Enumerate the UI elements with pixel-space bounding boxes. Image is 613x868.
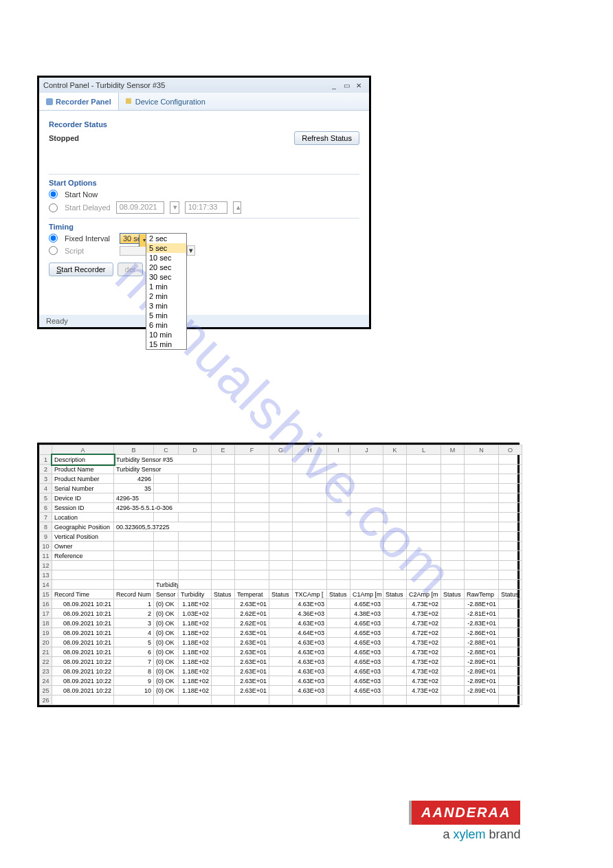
cell[interactable]: 9 bbox=[114, 676, 154, 686]
cell[interactable] bbox=[383, 542, 407, 551]
cell[interactable] bbox=[383, 676, 407, 686]
cell[interactable] bbox=[269, 561, 293, 570]
cell[interactable] bbox=[212, 638, 235, 647]
cell[interactable] bbox=[235, 561, 269, 570]
cell[interactable] bbox=[327, 484, 350, 493]
cell[interactable] bbox=[269, 686, 293, 695]
cell[interactable] bbox=[407, 580, 441, 590]
cell[interactable]: 1.18E+02 bbox=[179, 619, 212, 628]
cell[interactable]: 4.65E+03 bbox=[350, 657, 383, 667]
cell[interactable] bbox=[383, 619, 407, 628]
cell[interactable]: C1Amp [m bbox=[350, 590, 383, 599]
cell[interactable]: Serial Number bbox=[52, 484, 114, 493]
cell[interactable] bbox=[499, 580, 522, 590]
cell[interactable] bbox=[441, 609, 465, 619]
cell[interactable] bbox=[407, 484, 441, 493]
cell[interactable] bbox=[499, 570, 522, 580]
dd-item-3min[interactable]: 3 min bbox=[146, 301, 186, 311]
cell[interactable] bbox=[154, 474, 179, 484]
cell[interactable] bbox=[154, 493, 179, 503]
cell[interactable] bbox=[499, 561, 522, 570]
cell[interactable] bbox=[212, 484, 235, 493]
cell[interactable]: 08.09.2021 10:22 bbox=[52, 676, 114, 686]
cell[interactable] bbox=[114, 551, 154, 561]
cell[interactable] bbox=[327, 513, 350, 522]
cell[interactable] bbox=[269, 647, 293, 657]
cell[interactable]: Session ID bbox=[52, 503, 114, 513]
cell[interactable]: 2.63E+01 bbox=[235, 676, 269, 686]
cell[interactable] bbox=[154, 561, 179, 570]
cell[interactable]: -2.89E+01 bbox=[465, 676, 499, 686]
cell[interactable] bbox=[269, 522, 293, 532]
cell[interactable]: 4.73E+02 bbox=[407, 599, 441, 609]
cell[interactable]: 1.18E+02 bbox=[179, 638, 212, 647]
cell[interactable] bbox=[499, 542, 522, 551]
cell[interactable] bbox=[327, 676, 350, 686]
cell[interactable] bbox=[383, 686, 407, 695]
cell[interactable] bbox=[327, 657, 350, 667]
cell[interactable] bbox=[441, 522, 465, 532]
cell[interactable] bbox=[212, 570, 235, 580]
cell[interactable] bbox=[499, 676, 522, 686]
cell[interactable] bbox=[350, 503, 383, 513]
cell[interactable] bbox=[154, 532, 179, 542]
cell[interactable]: 4296 bbox=[114, 474, 154, 484]
cell[interactable]: C2Amp [m bbox=[407, 590, 441, 599]
refresh-status-button[interactable]: Refresh Status bbox=[294, 131, 359, 145]
cell[interactable]: 08.09.2021 10:22 bbox=[52, 657, 114, 667]
cell[interactable]: 1.03E+02 bbox=[179, 609, 212, 619]
cell[interactable] bbox=[212, 455, 235, 465]
table-row[interactable]: 2308.09.2021 10:228(0) OK1.18E+022.63E+0… bbox=[40, 667, 522, 676]
row-number[interactable]: 9 bbox=[40, 532, 52, 542]
cell[interactable] bbox=[350, 580, 383, 590]
cell[interactable] bbox=[465, 532, 499, 542]
col-L[interactable]: L bbox=[407, 445, 441, 455]
cell[interactable] bbox=[235, 493, 269, 503]
row-number[interactable]: 16 bbox=[40, 599, 52, 609]
cell[interactable] bbox=[179, 542, 212, 551]
cell[interactable] bbox=[465, 513, 499, 522]
col-H[interactable]: H bbox=[293, 445, 327, 455]
cell[interactable] bbox=[350, 484, 383, 493]
cell[interactable] bbox=[52, 570, 114, 580]
cell[interactable]: 4.63E+03 bbox=[293, 638, 327, 647]
cell[interactable] bbox=[327, 638, 350, 647]
cell[interactable] bbox=[293, 503, 327, 513]
cell[interactable]: 1 bbox=[114, 599, 154, 609]
cell[interactable] bbox=[327, 561, 350, 570]
cell[interactable] bbox=[269, 657, 293, 667]
cell[interactable] bbox=[441, 493, 465, 503]
cell[interactable]: (0) OK bbox=[154, 686, 179, 695]
cell[interactable] bbox=[179, 484, 212, 493]
cell[interactable] bbox=[235, 455, 269, 465]
cell[interactable]: Description bbox=[52, 455, 114, 465]
cell[interactable] bbox=[327, 503, 350, 513]
cell[interactable] bbox=[114, 561, 154, 570]
cell[interactable]: Sensor St bbox=[154, 590, 179, 599]
row-number[interactable]: 17 bbox=[40, 609, 52, 619]
cell[interactable] bbox=[383, 638, 407, 647]
cell[interactable]: 35 bbox=[114, 484, 154, 493]
cell[interactable]: 4.72E+02 bbox=[407, 628, 441, 638]
cell[interactable] bbox=[350, 493, 383, 503]
cell[interactable] bbox=[441, 628, 465, 638]
dd-item-15min[interactable]: 15 min bbox=[146, 340, 186, 349]
cell[interactable] bbox=[407, 493, 441, 503]
cell[interactable] bbox=[383, 513, 407, 522]
cell[interactable]: Turbidity Sensor #35 bbox=[114, 455, 212, 465]
dd-item-5min[interactable]: 5 min bbox=[146, 311, 186, 320]
row-number[interactable]: 15 bbox=[40, 590, 52, 599]
cell[interactable] bbox=[383, 628, 407, 638]
row-number[interactable]: 3 bbox=[40, 474, 52, 484]
cell[interactable]: (0) OK bbox=[154, 667, 179, 676]
cell[interactable] bbox=[154, 542, 179, 551]
cell[interactable] bbox=[293, 493, 327, 503]
cell[interactable]: 2.63E+01 bbox=[235, 686, 269, 695]
cell[interactable]: 4.63E+03 bbox=[293, 667, 327, 676]
cell[interactable] bbox=[383, 455, 407, 465]
cell[interactable] bbox=[235, 513, 269, 522]
cell[interactable]: Turbidity bbox=[179, 590, 212, 599]
table-row[interactable]: 1DescriptionTurbidity Sensor #35 bbox=[40, 455, 522, 465]
dd-item-2min[interactable]: 2 min bbox=[146, 291, 186, 301]
cell[interactable] bbox=[212, 542, 235, 551]
